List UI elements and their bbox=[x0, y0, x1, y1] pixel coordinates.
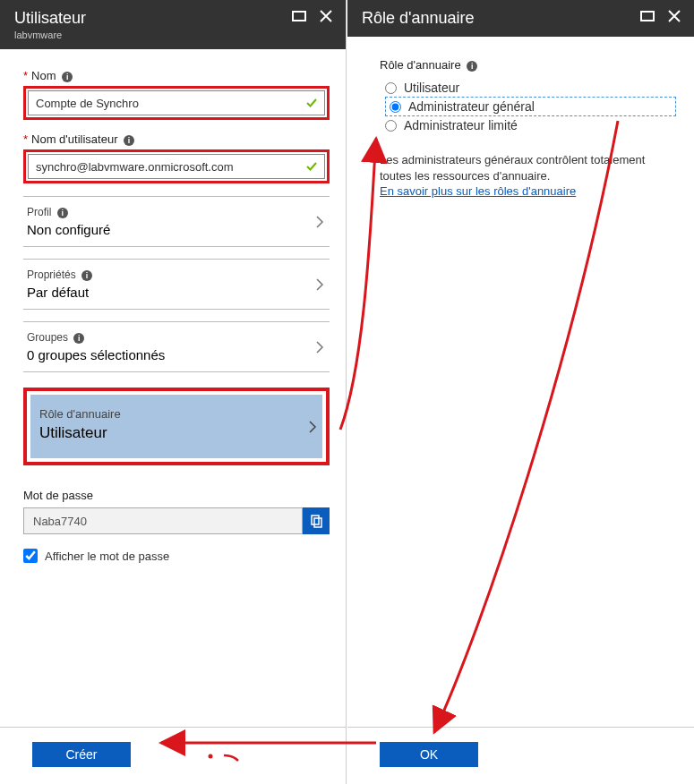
username-input[interactable] bbox=[28, 154, 325, 179]
blade-subtitle: labvmware bbox=[14, 30, 86, 40]
chevron-right-icon bbox=[315, 277, 324, 292]
groups-item[interactable]: Groupes i 0 groupes sélectionnés bbox=[23, 321, 330, 372]
learn-more-link[interactable]: En savoir plus sur les rôles d'annuaire bbox=[380, 184, 576, 198]
show-password-checkbox[interactable]: Afficher le mot de passe bbox=[23, 549, 330, 563]
highlight-box bbox=[23, 86, 330, 120]
role-blade: Rôle d'annuaire Rôle d'annuaire i Utilis… bbox=[347, 0, 694, 784]
name-label: *Nom i bbox=[23, 69, 330, 82]
radio-user[interactable]: Utilisateur bbox=[385, 79, 676, 97]
info-icon[interactable]: i bbox=[467, 61, 477, 72]
info-icon: i bbox=[57, 208, 68, 218]
svg-rect-3 bbox=[641, 12, 654, 21]
info-icon[interactable]: i bbox=[124, 135, 134, 146]
ok-button[interactable]: OK bbox=[380, 742, 478, 767]
role-description: Les administrateurs généraux contrôlent … bbox=[380, 152, 676, 184]
blade-body-left: *Nom i *Nom d'utilisateur i Pr bbox=[0, 49, 346, 563]
info-icon: i bbox=[73, 333, 84, 344]
close-icon[interactable] bbox=[667, 9, 681, 23]
radio-limited-admin[interactable]: Administrateur limité bbox=[385, 116, 676, 134]
password-field[interactable] bbox=[23, 507, 303, 534]
blade-title: Rôle d'annuaire bbox=[362, 9, 475, 28]
blade-footer-right: OK bbox=[347, 727, 694, 784]
svg-rect-1 bbox=[312, 516, 319, 524]
blade-header-right: Rôle d'annuaire bbox=[347, 0, 694, 37]
password-section: Mot de passe Afficher le mot de passe bbox=[23, 489, 330, 563]
blade-footer-left: Créer bbox=[0, 727, 346, 784]
close-icon[interactable] bbox=[319, 9, 333, 23]
role-section-label: Rôle d'annuaire i bbox=[380, 58, 676, 72]
create-button[interactable]: Créer bbox=[32, 742, 131, 767]
blade-body-right: Rôle d'annuaire i Utilisateur Administra… bbox=[347, 37, 694, 198]
password-label: Mot de passe bbox=[23, 489, 330, 502]
radio-global-admin[interactable]: Administrateur général bbox=[385, 97, 676, 116]
user-blade: Utilisateur labvmware *Nom i * bbox=[0, 0, 347, 784]
name-input[interactable] bbox=[28, 90, 325, 115]
chevron-right-icon bbox=[315, 340, 324, 354]
info-icon[interactable]: i bbox=[62, 72, 73, 82]
profile-item[interactable]: Profil i Non configuré bbox=[23, 196, 330, 247]
info-icon: i bbox=[81, 270, 92, 281]
highlight-box bbox=[23, 149, 330, 183]
chevron-right-icon bbox=[315, 215, 324, 229]
maximize-icon[interactable] bbox=[640, 9, 655, 23]
highlight-box: Rôle d'annuaire Utilisateur bbox=[23, 388, 330, 465]
check-icon bbox=[305, 160, 318, 173]
properties-item[interactable]: Propriétés i Par défaut bbox=[23, 259, 330, 310]
chevron-right-icon bbox=[308, 420, 317, 434]
blade-header-left: Utilisateur labvmware bbox=[0, 0, 346, 49]
svg-rect-2 bbox=[314, 518, 321, 527]
copy-button[interactable] bbox=[303, 507, 330, 534]
svg-rect-0 bbox=[293, 12, 305, 21]
check-icon bbox=[305, 97, 318, 109]
maximize-icon[interactable] bbox=[292, 9, 306, 23]
blade-title: Utilisateur bbox=[14, 9, 86, 28]
username-label: *Nom d'utilisateur i bbox=[23, 132, 330, 146]
directory-role-item[interactable]: Rôle d'annuaire Utilisateur bbox=[30, 395, 322, 458]
